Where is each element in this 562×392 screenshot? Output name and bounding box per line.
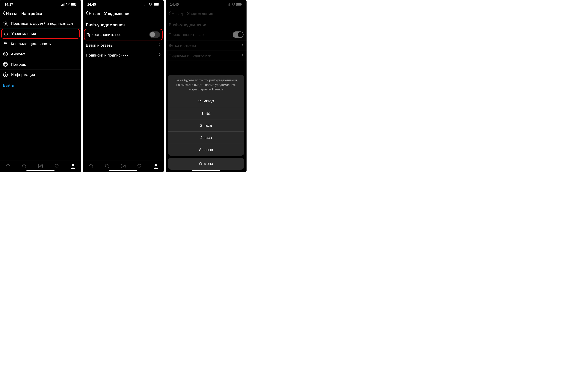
back-button: Назад — [168, 11, 183, 16]
threads-replies-row[interactable]: Ветки и ответы — [83, 40, 164, 50]
tab-profile[interactable] — [70, 163, 75, 169]
svg-point-13 — [5, 64, 6, 65]
svg-rect-22 — [147, 3, 147, 6]
invite-friends-label: Пригласить друзей и подписаться — [11, 21, 73, 26]
pause-all-row[interactable]: Приостановить все — [84, 29, 163, 40]
home-indicator[interactable] — [192, 170, 220, 171]
svg-rect-9 — [4, 44, 7, 46]
wifi-icon — [149, 3, 152, 7]
sheet-description: Вы не будете получать push-уведомления, … — [168, 75, 244, 95]
pause-option-8hr[interactable]: 8 часов — [168, 144, 244, 156]
svg-rect-36 — [237, 3, 241, 5]
following-followers-row[interactable]: Подписки и подписчики — [83, 50, 164, 60]
logout-button[interactable]: Выйти — [0, 80, 81, 91]
back-label: Назад — [172, 11, 183, 16]
pause-all-row: Приостановить все — [166, 29, 246, 41]
status-bar: 14:45 — [83, 0, 164, 9]
svg-point-23 — [151, 5, 151, 5]
push-section-header: Push-уведомления — [83, 18, 164, 29]
back-label: Назад — [6, 11, 17, 16]
svg-rect-25 — [154, 3, 158, 5]
wifi-icon — [232, 3, 235, 7]
cellular-icon — [144, 3, 148, 7]
tab-home[interactable] — [5, 163, 11, 169]
status-right — [61, 3, 76, 7]
push-section-header: Push-уведомления — [166, 18, 246, 29]
home-indicator[interactable] — [109, 170, 137, 171]
tab-compose[interactable] — [38, 163, 43, 169]
tab-compose[interactable] — [121, 163, 126, 169]
pause-option-15min[interactable]: 15 минут — [168, 95, 244, 107]
following-followers-label: Подписки и подписчики — [86, 53, 129, 57]
pause-all-toggle[interactable] — [149, 32, 160, 38]
svg-rect-33 — [230, 3, 230, 6]
notifications-label: Уведомления — [12, 32, 36, 36]
tab-activity[interactable] — [137, 163, 142, 169]
svg-point-27 — [105, 164, 108, 167]
invite-friends-row[interactable]: Пригласить друзей и подписаться — [0, 18, 81, 29]
chevron-right-icon — [159, 53, 161, 57]
privacy-row[interactable]: Конфиденциальность — [0, 39, 81, 49]
back-button[interactable]: Назад — [85, 11, 100, 16]
home-indicator[interactable] — [26, 170, 55, 171]
pause-option-1hr[interactable]: 1 час — [168, 107, 244, 119]
status-right — [144, 3, 159, 7]
help-row[interactable]: Помощь — [0, 59, 81, 70]
pause-all-toggle — [233, 32, 244, 38]
tab-activity[interactable] — [54, 163, 59, 169]
back-button[interactable]: Назад — [3, 11, 17, 16]
svg-point-16 — [23, 164, 25, 167]
notification-settings-list: Push-уведомления Приостановить все Ветки… — [83, 18, 164, 160]
svg-rect-32 — [229, 4, 229, 6]
chevron-left-icon — [168, 11, 171, 16]
status-time: 14:17 — [4, 3, 13, 7]
tab-search[interactable] — [22, 163, 27, 169]
pause-option-4hr[interactable]: 4 часа — [168, 132, 244, 144]
status-time: 14:45 — [87, 3, 96, 7]
tab-search[interactable] — [105, 163, 110, 169]
page-title: Уведомления — [104, 11, 130, 16]
nav-bar: Назад Настройки — [0, 9, 81, 18]
pause-duration-sheet: Вы не будете получать push-уведомления, … — [168, 75, 244, 170]
svg-rect-1 — [62, 4, 63, 6]
pause-option-2hr[interactable]: 2 часа — [168, 119, 244, 132]
following-followers-label: Подписки и подписчики — [169, 53, 211, 58]
svg-point-18 — [72, 164, 74, 166]
settings-list: Пригласить друзей и подписаться Уведомле… — [0, 18, 81, 160]
svg-rect-3 — [64, 3, 64, 6]
add-user-icon — [3, 21, 8, 26]
user-icon — [3, 52, 8, 56]
chevron-left-icon — [3, 11, 5, 16]
svg-point-34 — [233, 5, 234, 5]
svg-rect-30 — [227, 5, 227, 6]
nav-bar: Назад Уведомления — [83, 9, 164, 18]
bell-icon — [4, 31, 8, 36]
sheet-cancel-button[interactable]: Отмена — [168, 158, 244, 170]
battery-icon — [154, 3, 159, 7]
account-label: Аккаунт — [11, 52, 25, 56]
info-icon — [3, 72, 8, 77]
battery-icon — [71, 3, 76, 7]
svg-rect-20 — [145, 4, 145, 6]
svg-rect-7 — [76, 4, 76, 5]
svg-point-11 — [5, 53, 6, 54]
svg-rect-31 — [228, 4, 228, 6]
chevron-left-icon — [85, 11, 88, 16]
threads-replies-label: Ветки и ответы — [86, 43, 113, 47]
lifebuoy-icon — [3, 62, 8, 67]
pause-all-label: Приостановить все — [86, 32, 121, 37]
info-label: Информация — [11, 72, 35, 77]
settings-screen: 14:17 Назад Настройки Пригласить друзей … — [0, 0, 81, 172]
tab-profile[interactable] — [153, 163, 158, 169]
chevron-right-icon — [159, 43, 161, 47]
following-followers-row: Подписки и подписчики — [166, 51, 246, 60]
svg-rect-17 — [38, 164, 43, 168]
tab-home[interactable] — [88, 163, 94, 169]
svg-point-4 — [68, 5, 68, 5]
account-row[interactable]: Аккаунт — [0, 49, 81, 59]
svg-rect-37 — [242, 4, 242, 5]
cellular-icon — [227, 3, 230, 7]
notifications-row[interactable]: Уведомления — [1, 29, 80, 39]
help-label: Помощь — [11, 62, 26, 67]
info-row[interactable]: Информация — [0, 70, 81, 80]
